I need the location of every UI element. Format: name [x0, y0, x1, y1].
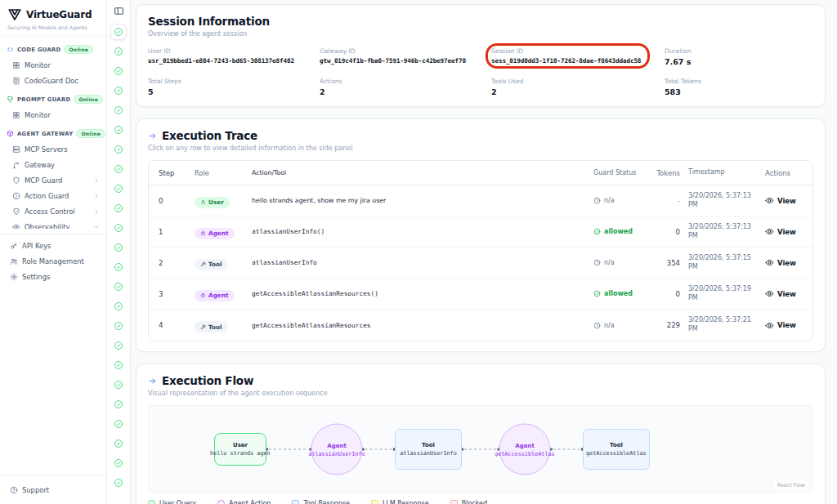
field-label: User ID [148, 47, 320, 55]
checklist-strip [107, 0, 131, 504]
check-circle-icon[interactable] [110, 298, 127, 314]
legend-item-agent-action: Agent Action [217, 500, 271, 504]
sidebar-item-observability[interactable]: Observability [0, 219, 106, 229]
sidebar-item-settings[interactable]: Settings [0, 269, 106, 284]
flow-node-agent[interactable]: AgentgetAccessibleAtlas... [499, 424, 551, 475]
sidebar-item-label: MCP Guard [25, 176, 89, 185]
view-button[interactable]: View [765, 321, 812, 330]
check-circle-icon [114, 458, 123, 468]
role-badge: User [195, 197, 230, 208]
flow-node-user[interactable]: Userhello strands agen... [214, 433, 266, 466]
field-value: 2 [491, 87, 665, 96]
chevron-right-icon [93, 177, 100, 184]
legend-label: Tool Response [303, 500, 350, 504]
sidebar-item-label: Action Guard [25, 192, 89, 200]
check-circle-icon [593, 290, 601, 297]
legend-label: LLM Response [383, 500, 429, 504]
flow-node-subtitle: getAccessibleAtlas... [495, 450, 555, 457]
check-circle-icon[interactable] [110, 279, 127, 295]
legend-item-user-query: User Query [148, 500, 196, 504]
legend-label: Agent Action [229, 500, 271, 504]
sidebar-item-support[interactable]: Support [0, 482, 106, 497]
sidebar: VirtueGuard Securing AI Models and Agent… [0, 0, 107, 504]
table-row[interactable]: 2ToolatlassianUserInfon/a3543/20/2026, 5… [149, 248, 812, 279]
sidebar-section-code-guard: CODE GUARDOnline [0, 38, 106, 57]
sidebar-item-access-control[interactable]: Access Control [0, 203, 106, 219]
check-circle-icon[interactable] [110, 416, 127, 432]
view-button[interactable]: View [765, 289, 812, 298]
sidebar-item-gateway[interactable]: Gateway [0, 157, 106, 172]
flow-node-subtitle: getAccessibleAtlas... [586, 450, 647, 457]
check-circle-icon[interactable] [110, 396, 127, 413]
table-row[interactable]: 0Userhello strands agent, show me my jir… [149, 185, 812, 216]
execution-flow-title: Execution Flow [162, 374, 253, 387]
check-circle-icon[interactable] [110, 318, 127, 334]
check-circle-icon[interactable] [110, 455, 127, 471]
guard-status-cell: allowed [593, 290, 652, 297]
check-circle-icon [114, 203, 123, 213]
flow-legend: User QueryAgent ActionTool ResponseLLM R… [148, 500, 813, 504]
check-circle-icon[interactable] [110, 43, 127, 60]
sidebar-item-monitor[interactable]: Monitor [0, 107, 106, 123]
guard-status-cell: n/a [593, 259, 652, 266]
check-circle-icon[interactable] [110, 337, 127, 354]
legend-label: Blocked [462, 500, 487, 504]
check-circle-icon[interactable] [110, 24, 127, 40]
sidebar-item-codeguard-doc[interactable]: CodeGuard Doc [0, 73, 106, 88]
table-row[interactable]: 1AgentatlassianUserInfo()allowed03/20/20… [149, 216, 812, 248]
sidebar-item-action-guard[interactable]: Action Guard [0, 188, 106, 203]
flow-node-subtitle: hello strands agen... [210, 450, 271, 457]
chevron-right-icon [93, 177, 100, 184]
panel-toggle-icon[interactable] [114, 6, 124, 16]
eye-icon [765, 227, 774, 236]
flow-node-tool[interactable]: ToolatlassianUserInfo [395, 429, 462, 470]
sidebar-item-api-keys[interactable]: API Keys [0, 238, 106, 253]
flow-node-title: Agent [515, 442, 535, 448]
check-circle-icon[interactable] [110, 377, 127, 393]
sidebar-item-mcp-servers[interactable]: MCP Servers [0, 141, 106, 157]
check-circle-icon[interactable] [110, 141, 127, 158]
check-circle-icon[interactable] [110, 63, 127, 79]
check-circle-icon[interactable] [110, 161, 127, 177]
execution-trace-subtitle: Click on any row to view detailed inform… [148, 145, 813, 152]
timestamp-cell: 3/20/2026, 5:37:13 PM [688, 192, 765, 210]
check-circle-icon[interactable] [110, 200, 127, 216]
flow-node-subtitle: atlassianUserInfo [400, 450, 457, 457]
check-circle-icon[interactable] [110, 83, 127, 99]
check-circle-icon[interactable] [110, 239, 127, 256]
check-circle-icon[interactable] [110, 357, 127, 373]
check-circle-icon[interactable] [110, 435, 127, 452]
role-cell: Agent [195, 224, 252, 239]
column-header: Action/Tool [252, 169, 593, 176]
table-row[interactable]: 3AgentgetAccessibleAtlassianResources()a… [149, 279, 812, 310]
checklist-items [110, 24, 127, 494]
sidebar-item-label: Access Control [25, 207, 89, 216]
sidebar-item-role-management[interactable]: Role Management [0, 253, 106, 269]
flow-node-agent[interactable]: AgentatlassianUserInfo [311, 424, 363, 475]
chevron-down-icon [93, 224, 100, 230]
field-value: 583 [665, 87, 813, 96]
table-row[interactable]: 4ToolgetAccessibleAtlassianResourcesn/a2… [149, 310, 812, 341]
check-circle-icon[interactable] [110, 475, 127, 491]
view-button[interactable]: View [765, 196, 812, 205]
view-button[interactable]: View [765, 258, 812, 267]
sidebar-item-label: Settings [22, 273, 100, 281]
section-label: PROMPT GUARD [17, 96, 70, 103]
execution-trace-table: StepRoleAction/ToolGuard StatusTokensTim… [148, 160, 813, 341]
check-circle-icon[interactable] [110, 122, 127, 138]
flow-node-title: Agent [327, 442, 347, 448]
users-icon [10, 257, 18, 265]
view-button[interactable]: View [765, 227, 812, 236]
sidebar-item-monitor[interactable]: Monitor [0, 57, 106, 73]
check-circle-icon [114, 380, 123, 390]
check-circle-icon[interactable] [110, 259, 127, 275]
flow-node-tool[interactable]: ToolgetAccessibleAtlas... [583, 429, 650, 470]
check-circle-icon [114, 27, 123, 37]
check-circle-icon[interactable] [110, 102, 127, 118]
check-circle-icon[interactable] [110, 220, 127, 236]
check-circle-icon[interactable] [110, 181, 127, 197]
sidebar-item-mcp-guard[interactable]: MCP Guard [0, 172, 106, 188]
help-icon [10, 486, 18, 494]
sidebar-section-agent-gateway: AGENT GATEWAYOnline [0, 123, 106, 141]
square-swatch [292, 500, 299, 504]
